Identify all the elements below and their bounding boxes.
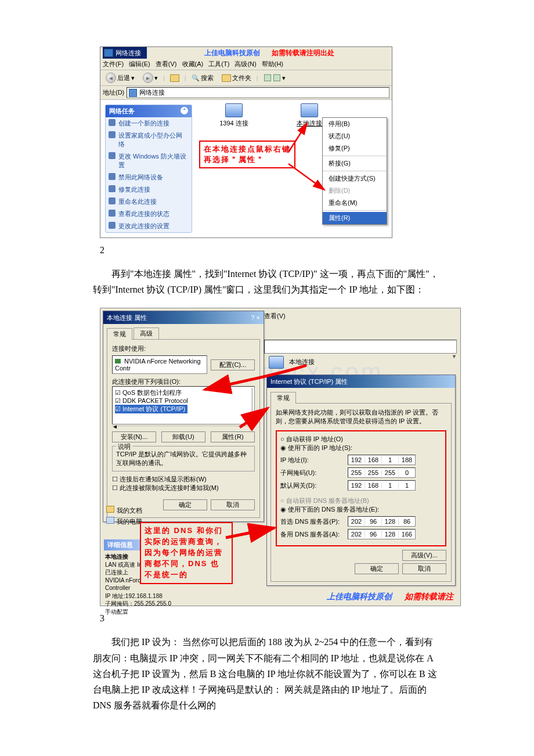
radio-auto-dns: 自动获得 DNS 服务器地址(B) [280,496,442,505]
dialog-title: 本地连接 属性 ? × [103,311,264,324]
subnet-mask-field[interactable]: 2552552550 [348,467,416,478]
notify-limited-check[interactable]: 此连接被限制或无连接时通知我(M) [112,484,255,492]
collapse-icon: ˆ [181,107,188,114]
cancel-button[interactable]: 取消 [211,499,255,510]
tcpip-intro: 如果网络支持此功能，则可以获取自动指派的 IP 设置。否则，您需要从网络系统管理… [276,408,446,426]
menu-view[interactable]: 查看(V) [156,60,177,67]
ctx-rename[interactable]: 重命名(M) [323,197,387,209]
menu-help[interactable]: 帮助(H) [262,60,283,67]
titlebar: 网络连接 上佳电脑科技原创 如需转载请注明出处 [100,47,392,59]
gateway-field[interactable]: 19216811 [348,480,416,491]
desc-legend: 说明 [116,442,132,451]
connection-local-icon[interactable]: 本地连接 [269,356,315,369]
divider: | [257,74,258,81]
adapter-field: NVIDIA nForce Networking Contr [112,355,207,374]
connection-1394-label: 1394 连接 [208,119,259,128]
menu-fav[interactable]: 收藏(A) [182,60,204,67]
radio-use-dns[interactable]: 使用下面的 DNS 服务器地址(E): [280,505,442,514]
local-connection-properties-dialog: 本地连接 属性 ? × 常规 高级 连接时使用: NVIDIA nForce N… [103,311,264,522]
address-value: 网络连接 [139,88,165,97]
forward-icon: ► [143,73,153,83]
detail-mask: 子网掩码：255.255.255.0 [105,600,179,608]
tab-advanced[interactable]: 高级 [134,327,159,339]
toolbar: ◄ 后退 ▾ ► ▾ | | 🔍 搜索 文件夹 [100,70,392,86]
radio-auto-ip[interactable]: 自动获得 IP 地址(O) [280,435,442,444]
network-tasks-header[interactable]: 网络任务 ˆ [106,105,192,117]
dns1-label: 首选 DNS 服务器(P): [280,517,344,526]
close-buttons[interactable]: ? × [251,314,260,321]
forward-button[interactable]: ► ▾ [140,71,161,84]
ok-button[interactable]: 确定 [355,563,399,574]
views-button[interactable]: ▾ [261,73,288,83]
connection-1394[interactable]: 1394 连接 [208,103,259,128]
task-new-connection[interactable]: 创建一个新的连接 [106,117,192,129]
show-icon-check[interactable]: 连接后在通知区域显示图标(W) [112,475,255,484]
connect-using-label: 连接时使用: [112,344,255,353]
network-tasks-panel: 网络任务 ˆ 创建一个新的连接 设置家庭或小型办公网络 更改 Windows 防… [105,105,192,233]
detail-ip: IP 地址:192.168.1.188 [105,592,179,600]
advanced-button[interactable]: 高级(V)... [402,550,446,561]
ctx-properties[interactable]: 属性(R) [323,212,387,224]
uninstall-button[interactable]: 卸载(U) [161,431,205,442]
callout-rightclick: 在本地连接点鼠标右键再选择＂属性＂ [199,141,295,168]
ctx-shortcut[interactable]: 创建快捷方式(S) [323,172,387,185]
ctx-bridge[interactable]: 桥接(G) [323,157,387,170]
items-listbox[interactable]: QoS 数据包计划程序 DDK PACKET Protocol Internet… [112,386,255,424]
back-icon: ◄ [106,73,116,83]
dns1-field[interactable]: 2029612886 [348,516,416,527]
items-label: 此连接使用下列项目(O): [112,377,255,386]
search-icon: 🔍 [192,74,200,82]
detail-manual: 手动配置 [105,608,179,616]
task-rename[interactable]: 重命名此连接 [106,196,192,208]
search-button[interactable]: 🔍 搜索 [189,73,217,84]
menu-adv[interactable]: 高级(N) [234,60,256,67]
back-button[interactable]: ◄ 后退 ▾ [103,71,138,84]
ip-address-field[interactable]: 1921681188 [348,455,416,465]
cancel-button[interactable]: 取消 [402,563,446,574]
item-tcpip[interactable]: Internet 协议 (TCP/IP) [115,405,187,413]
dns2-field[interactable]: 20296128166 [348,529,416,539]
my-computer[interactable]: 我的电脑 [106,517,142,526]
gw-label: 默认网关(D): [280,481,344,490]
ctx-status[interactable]: 状态(U) [323,130,387,142]
separator [323,210,387,211]
app-icon [104,49,113,57]
task-home-network[interactable]: 设置家庭或小型办公网络 [106,129,192,150]
task-disable[interactable]: 禁用此网络设备 [106,171,192,183]
radio-use-ip[interactable]: 使用下面的 IP 地址(S): [280,444,442,452]
menu-view[interactable]: 查看(V) [264,312,286,319]
figure2-footer: 上佳电脑科技原创 如需转载请注 [327,592,453,602]
menu-tools[interactable]: 工具(T) [208,60,229,67]
configure-button[interactable]: 配置(C)... [211,359,255,370]
task-firewall[interactable]: 更改 Windows 防火墙设置 [106,150,192,171]
task-repair[interactable]: 修复此连接 [106,183,192,196]
up-button[interactable] [167,73,182,83]
brand-original: 上佳电脑科技原创 [204,47,260,59]
menu-edit[interactable]: 编辑(E) [129,60,150,67]
address-label: 地址(D) [103,88,124,97]
ctx-disable[interactable]: 停用(B) [323,118,387,130]
tab-general[interactable]: 常规 [107,328,132,340]
ctx-delete: 删除(D) [323,185,387,197]
step2-paragraph: 再到"本地连接 属性"，找到"Internet 协议 (TCP/IP)" 这一项… [93,266,441,297]
ok-button[interactable]: 确定 [163,499,207,510]
folders-button[interactable]: 文件夹 [219,73,254,84]
separator [323,156,387,156]
tab-general[interactable]: 常规 [270,392,296,404]
my-documents[interactable]: 我的文档 [106,506,142,515]
menu-file[interactable]: 文件(F) [103,60,124,67]
title-text: 网络连接 [116,47,141,59]
item-ddk[interactable]: DDK PACKET Protocol [115,397,252,405]
ctx-repair[interactable]: 修复(P) [323,142,387,154]
connection-icon [225,103,243,117]
task-settings[interactable]: 更改此连接的设置 [106,220,192,232]
address-field[interactable] [264,340,457,354]
task-status[interactable]: 查看此连接的状态 [106,208,192,220]
dns2-label: 备用 DNS 服务器(A): [280,530,344,539]
properties-button[interactable]: 属性(R) [211,431,255,442]
ip-label: IP 地址(I): [280,456,344,465]
address-field[interactable]: 网络连接 [127,87,389,98]
install-button[interactable]: 安装(N)... [112,431,156,442]
item-qos[interactable]: QoS 数据包计划程序 [115,388,252,397]
brand-repost: 如需转载请注明出处 [272,47,334,59]
